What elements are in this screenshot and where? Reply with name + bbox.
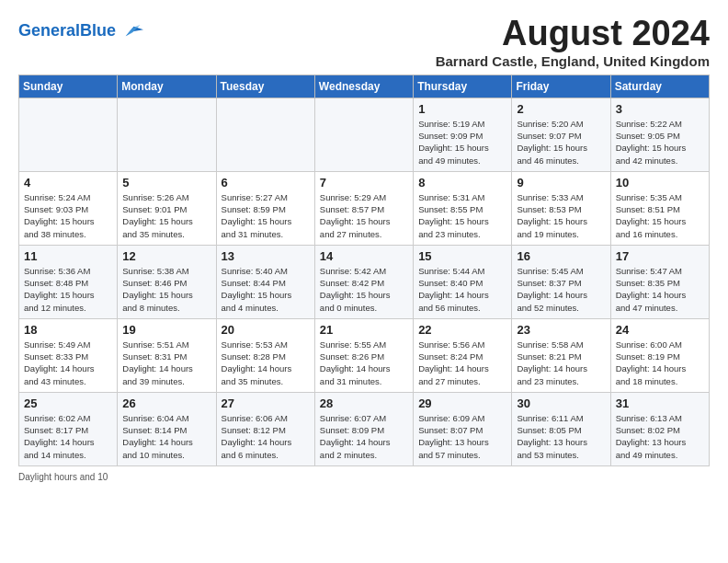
day-cell-21: 17Sunrise: 5:47 AM Sunset: 8:35 PM Dayli… (610, 245, 709, 318)
day-number: 25 (24, 396, 112, 410)
day-info: Sunrise: 5:58 AM Sunset: 8:21 PM Dayligh… (517, 339, 605, 387)
day-number: 30 (517, 396, 605, 410)
day-number: 7 (320, 176, 408, 190)
footer: Daylight hours and 10 (18, 472, 710, 482)
col-header-monday: Monday (118, 75, 216, 98)
day-number: 18 (24, 323, 112, 337)
day-number: 2 (517, 102, 605, 116)
day-cell-25: 21Sunrise: 5:55 AM Sunset: 8:26 PM Dayli… (314, 318, 413, 392)
title-block: August 2024 Barnard Castle, England, Uni… (436, 15, 710, 69)
day-number: 8 (418, 176, 506, 190)
day-info: Sunrise: 5:35 AM Sunset: 8:51 PM Dayligh… (616, 191, 704, 240)
logo-line1: General (18, 21, 80, 40)
day-cell-23: 19Sunrise: 5:51 AM Sunset: 8:31 PM Dayli… (118, 318, 216, 392)
day-info: Sunrise: 5:45 AM Sunset: 8:37 PM Dayligh… (517, 265, 605, 314)
day-info: Sunrise: 5:44 AM Sunset: 8:40 PM Dayligh… (418, 265, 506, 314)
day-cell-34: 30Sunrise: 6:11 AM Sunset: 8:05 PM Dayli… (512, 392, 610, 465)
day-cell-35: 31Sunrise: 6:13 AM Sunset: 8:02 PM Dayli… (610, 392, 709, 465)
day-info: Sunrise: 6:00 AM Sunset: 8:19 PM Dayligh… (616, 339, 704, 387)
month-title: August 2024 (436, 15, 710, 53)
day-cell-19: 15Sunrise: 5:44 AM Sunset: 8:40 PM Dayli… (414, 245, 512, 318)
day-info: Sunrise: 6:11 AM Sunset: 8:05 PM Dayligh… (517, 412, 605, 461)
day-info: Sunrise: 6:13 AM Sunset: 8:02 PM Dayligh… (616, 412, 704, 461)
day-number: 19 (122, 323, 210, 337)
week-row-4: 18Sunrise: 5:49 AM Sunset: 8:33 PM Dayli… (19, 318, 710, 392)
day-number: 21 (320, 323, 408, 337)
day-number: 27 (222, 396, 310, 410)
day-info: Sunrise: 5:24 AM Sunset: 9:03 PM Dayligh… (24, 191, 112, 240)
col-header-saturday: Saturday (610, 75, 709, 98)
day-number: 17 (616, 249, 704, 263)
day-cell-30: 26Sunrise: 6:04 AM Sunset: 8:14 PM Dayli… (118, 392, 216, 465)
day-info: Sunrise: 6:06 AM Sunset: 8:12 PM Dayligh… (222, 412, 310, 461)
day-cell-31: 27Sunrise: 6:06 AM Sunset: 8:12 PM Dayli… (216, 392, 314, 465)
week-row-3: 11Sunrise: 5:36 AM Sunset: 8:48 PM Dayli… (19, 245, 710, 318)
day-info: Sunrise: 5:19 AM Sunset: 9:09 PM Dayligh… (418, 118, 506, 167)
header: GeneralBlue August 2024 Barnard Castle, … (18, 15, 710, 69)
day-info: Sunrise: 6:04 AM Sunset: 8:14 PM Dayligh… (122, 412, 210, 461)
day-number: 14 (320, 249, 408, 263)
day-cell-12: 8Sunrise: 5:31 AM Sunset: 8:55 PM Daylig… (414, 171, 512, 245)
day-cell-4 (314, 98, 413, 171)
calendar-header: SundayMondayTuesdayWednesdayThursdayFrid… (19, 75, 710, 98)
day-cell-5: 1Sunrise: 5:19 AM Sunset: 9:09 PM Daylig… (414, 98, 512, 171)
calendar-table: SundayMondayTuesdayWednesdayThursdayFrid… (18, 75, 710, 466)
day-cell-6: 2Sunrise: 5:20 AM Sunset: 9:07 PM Daylig… (512, 98, 610, 171)
page: GeneralBlue August 2024 Barnard Castle, … (0, 0, 728, 491)
day-cell-22: 18Sunrise: 5:49 AM Sunset: 8:33 PM Dayli… (19, 318, 118, 392)
day-number: 29 (418, 396, 506, 410)
day-number: 22 (418, 323, 506, 337)
day-info: Sunrise: 5:22 AM Sunset: 9:05 PM Dayligh… (616, 118, 704, 167)
day-cell-16: 12Sunrise: 5:38 AM Sunset: 8:46 PM Dayli… (118, 245, 216, 318)
col-header-friday: Friday (512, 75, 610, 98)
day-cell-29: 25Sunrise: 6:02 AM Sunset: 8:17 PM Dayli… (19, 392, 118, 465)
day-cell-1 (19, 98, 118, 171)
header-row: SundayMondayTuesdayWednesdayThursdayFrid… (19, 75, 710, 98)
day-number: 13 (222, 249, 310, 263)
day-cell-27: 23Sunrise: 5:58 AM Sunset: 8:21 PM Dayli… (512, 318, 610, 392)
day-number: 24 (616, 323, 704, 337)
day-info: Sunrise: 5:33 AM Sunset: 8:53 PM Dayligh… (517, 191, 605, 240)
day-number: 5 (122, 176, 210, 190)
day-number: 4 (24, 176, 112, 190)
day-cell-28: 24Sunrise: 6:00 AM Sunset: 8:19 PM Dayli… (610, 318, 709, 392)
day-cell-17: 13Sunrise: 5:40 AM Sunset: 8:44 PM Dayli… (216, 245, 314, 318)
day-cell-20: 16Sunrise: 5:45 AM Sunset: 8:37 PM Dayli… (512, 245, 610, 318)
day-cell-24: 20Sunrise: 5:53 AM Sunset: 8:28 PM Dayli… (216, 318, 314, 392)
day-number: 15 (418, 249, 506, 263)
day-number: 23 (517, 323, 605, 337)
day-cell-13: 9Sunrise: 5:33 AM Sunset: 8:53 PM Daylig… (512, 171, 610, 245)
day-cell-7: 3Sunrise: 5:22 AM Sunset: 9:05 PM Daylig… (610, 98, 709, 171)
logo-bird-icon (118, 18, 143, 44)
day-info: Sunrise: 5:51 AM Sunset: 8:31 PM Dayligh… (122, 339, 210, 387)
col-header-tuesday: Tuesday (216, 75, 314, 98)
col-header-wednesday: Wednesday (314, 75, 413, 98)
day-cell-14: 10Sunrise: 5:35 AM Sunset: 8:51 PM Dayli… (610, 171, 709, 245)
day-cell-18: 14Sunrise: 5:42 AM Sunset: 8:42 PM Dayli… (314, 245, 413, 318)
day-info: Sunrise: 5:53 AM Sunset: 8:28 PM Dayligh… (222, 339, 310, 387)
day-info: Sunrise: 6:02 AM Sunset: 8:17 PM Dayligh… (24, 412, 112, 461)
day-number: 6 (222, 176, 310, 190)
day-cell-26: 22Sunrise: 5:56 AM Sunset: 8:24 PM Dayli… (414, 318, 512, 392)
logo-text: GeneralBlue (18, 22, 116, 40)
day-number: 26 (122, 396, 210, 410)
day-info: Sunrise: 5:56 AM Sunset: 8:24 PM Dayligh… (418, 339, 506, 387)
day-number: 3 (616, 102, 704, 116)
day-info: Sunrise: 5:47 AM Sunset: 8:35 PM Dayligh… (616, 265, 704, 314)
day-info: Sunrise: 5:55 AM Sunset: 8:26 PM Dayligh… (320, 339, 408, 387)
logo-line2: Blue (80, 21, 116, 40)
day-number: 11 (24, 249, 112, 263)
day-cell-2 (118, 98, 216, 171)
day-number: 1 (418, 102, 506, 116)
col-header-thursday: Thursday (414, 75, 512, 98)
logo: GeneralBlue (18, 18, 143, 44)
day-number: 10 (616, 176, 704, 190)
day-number: 31 (616, 396, 704, 410)
day-cell-9: 5Sunrise: 5:26 AM Sunset: 9:01 PM Daylig… (118, 171, 216, 245)
footer-text: Daylight hours and 10 (18, 472, 108, 482)
col-header-sunday: Sunday (19, 75, 118, 98)
day-info: Sunrise: 5:49 AM Sunset: 8:33 PM Dayligh… (24, 339, 112, 387)
day-info: Sunrise: 6:09 AM Sunset: 8:07 PM Dayligh… (418, 412, 506, 461)
day-info: Sunrise: 5:36 AM Sunset: 8:48 PM Dayligh… (24, 265, 112, 314)
day-cell-32: 28Sunrise: 6:07 AM Sunset: 8:09 PM Dayli… (314, 392, 413, 465)
